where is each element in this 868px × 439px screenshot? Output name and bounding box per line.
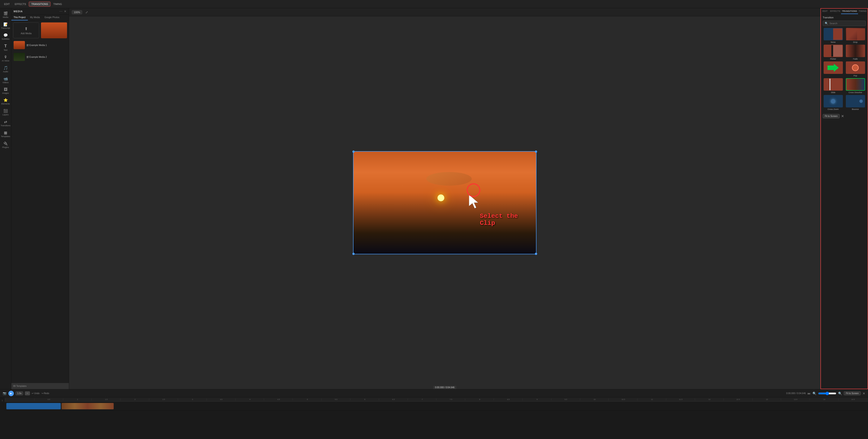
sidebar-item-images[interactable]: 🖼 Images xyxy=(1,86,11,96)
sidebar-item-videos[interactable]: 📹 Videos xyxy=(1,75,11,85)
timeline-right-controls: 0:00.000 / 0:04.646 ⏭ 🔍 🔍 Fit to Screen … xyxy=(786,391,865,395)
media-item-1[interactable]: 🎬 Example Media 1 xyxy=(13,40,67,50)
fit-to-screen-timeline-button[interactable]: Fit to Screen xyxy=(844,391,861,395)
transition-label-slide: Slide xyxy=(831,91,835,94)
media-tab-google-photos[interactable]: Google Photos xyxy=(42,15,62,20)
ruler-mark-25: 2.5 xyxy=(149,399,178,401)
close-panel-button[interactable]: ✕ xyxy=(841,114,844,118)
ruler-mark-125: 12.5 xyxy=(723,399,752,401)
ruler-mark-14: 14 xyxy=(810,399,838,401)
ruler-mark-35: 3.5 xyxy=(207,399,235,401)
videos-icon: 📹 xyxy=(3,77,8,81)
transition-item-flicker[interactable]: Flicker xyxy=(823,45,843,60)
right-tab-edit[interactable]: EDIT xyxy=(821,9,829,14)
sidebar-item-audio[interactable]: 🎵 Audio xyxy=(1,64,11,74)
skip-to-end-button[interactable]: ⏭ xyxy=(808,392,811,395)
fit-to-screen-button[interactable]: Fit to Screen xyxy=(823,114,840,118)
media-panel-close-icon[interactable]: ✕ xyxy=(64,9,67,13)
transition-grid: None Drop F xyxy=(823,28,866,110)
transition-item-none[interactable]: None xyxy=(823,28,843,43)
ruler-mark-6: 6 xyxy=(350,399,379,401)
media-item-2[interactable]: 🎬 Example Media 2 xyxy=(13,52,67,62)
canvas-handle-bl[interactable] xyxy=(352,253,354,255)
canvas-handle-tr[interactable] xyxy=(535,150,537,153)
right-panel-tabs: EDIT EFFECTS TRANSITIONS TIMING xyxy=(821,9,868,14)
sidebar-item-ai-voice[interactable]: 🎙 AI Voice xyxy=(1,54,11,63)
zoom-out-button[interactable]: 🔍 xyxy=(812,392,816,395)
media-tab-this-project[interactable]: This Project xyxy=(11,15,28,20)
media-item-name-2: Example Media 2 xyxy=(29,56,47,58)
fit-canvas-button[interactable]: ⤢ xyxy=(85,9,89,15)
zoom-slider[interactable] xyxy=(818,392,836,395)
images-icon: 🖼 xyxy=(4,87,7,92)
ai-voice-icon: 🎙 xyxy=(4,55,7,59)
play-button[interactable]: ▶ xyxy=(8,391,14,396)
cut-button[interactable]: ✂ xyxy=(25,391,30,395)
sidebar-item-media[interactable]: 🎬 Media xyxy=(1,10,11,20)
sidebar-item-transcript[interactable]: 📝 Transcript xyxy=(1,21,11,31)
plugins-icon: 🔌 xyxy=(3,141,8,146)
transition-label-fade: Fade xyxy=(853,58,858,60)
close-timeline-button[interactable]: ✕ xyxy=(863,392,865,395)
canvas-frame[interactable]: Select theClip xyxy=(353,151,536,254)
transition-thumb-pop xyxy=(846,61,865,74)
media-options-icon[interactable]: ⋯ xyxy=(59,9,62,13)
sidebar-item-text[interactable]: T Text xyxy=(1,42,11,53)
tab-edit[interactable]: EDIT xyxy=(2,2,12,6)
sidebar-label-subtitles: Subtitles xyxy=(2,38,9,40)
sidebar-item-templates[interactable]: ▦ Templates xyxy=(1,129,11,139)
transition-item-drop[interactable]: Drop xyxy=(845,28,866,43)
time-display: 0:00.000 / 0:04.646 xyxy=(433,386,456,389)
zoom-display[interactable]: 100% xyxy=(72,10,82,14)
media-thumb-1[interactable] xyxy=(41,23,67,38)
clip-blue[interactable] xyxy=(6,403,61,409)
search-input[interactable] xyxy=(830,22,864,25)
speed-button[interactable]: 1.0x xyxy=(16,391,23,395)
sidebar-item-subtitles[interactable]: 💬 Subtitles xyxy=(1,32,11,42)
canvas-handle-br[interactable] xyxy=(535,253,537,255)
canvas-handle-tl[interactable] xyxy=(352,150,354,153)
tab-effects[interactable]: EFFECTS xyxy=(12,2,28,6)
sidebar-item-elements[interactable]: ⭐ Elements xyxy=(1,96,11,107)
media-item-thumb-1 xyxy=(13,41,25,49)
templates-badge: 88 Templates xyxy=(11,383,69,389)
sidebar-item-layers[interactable]: ⬛ Layers xyxy=(1,108,11,117)
track-numbers: 1 xyxy=(0,398,4,439)
transition-thumb-fade xyxy=(846,45,865,57)
transition-item-slide[interactable]: Slide xyxy=(823,78,843,94)
undo-button[interactable]: ↩ Undo xyxy=(32,392,40,394)
timeline-tracks[interactable]: 0.5 1 1.5 2 2.5 3 3.5 4 4.5 5 5.5 6 6.5 … xyxy=(4,398,868,439)
transition-thumb-bounce xyxy=(846,95,865,108)
ruler-mark-10: 10 xyxy=(580,399,609,401)
transition-item-cross-dissolve[interactable]: Cross Dissolve xyxy=(845,78,866,94)
transition-item-bounce[interactable]: Bounce xyxy=(845,95,866,110)
sidebar-item-plugins[interactable]: 🔌 Plugins xyxy=(1,140,11,150)
add-media-button[interactable]: ⬆ Add Media xyxy=(13,23,39,38)
canvas-wrapper[interactable]: Select theClip xyxy=(69,16,820,389)
sidebar-item-transitions[interactable]: ⇄ Transitions xyxy=(1,118,11,128)
canvas-area: 100% ⤢ xyxy=(69,8,820,389)
right-tab-timing[interactable]: TIMING xyxy=(858,9,868,14)
sidebar-label-transcript: Transcript xyxy=(1,27,10,29)
right-tab-transitions[interactable]: TRANSITIONS xyxy=(841,9,858,14)
transition-item-pop[interactable]: Pop xyxy=(845,61,866,77)
transition-item-green-arrow[interactable] xyxy=(823,61,843,77)
ruler-mark-135: 13.5 xyxy=(781,399,810,401)
zoom-in-button[interactable]: 🔍 xyxy=(838,392,842,395)
camera-button[interactable]: 📷 xyxy=(3,392,6,395)
sidebar-label-audio: Audio xyxy=(3,70,8,73)
right-tab-effects[interactable]: EFFECTS xyxy=(829,9,841,14)
tab-transitions[interactable]: TRANSITIONS xyxy=(29,2,51,6)
search-box[interactable]: 🔍 xyxy=(823,21,866,26)
clip-orange[interactable] xyxy=(62,403,114,409)
media-tab-my-media[interactable]: My Media xyxy=(28,15,42,20)
main-area: 🎬 Media 📝 Transcript 💬 Subtitles T Text … xyxy=(0,8,868,389)
transition-thumb-flicker xyxy=(824,45,843,57)
tab-timing[interactable]: TIMING xyxy=(51,2,64,6)
transition-item-cross-zoom[interactable]: Cross Zoom xyxy=(823,95,843,110)
redo-button[interactable]: ↪ Redo xyxy=(41,392,50,394)
transition-label-none: None xyxy=(831,41,836,43)
ruler-mark-12: 12 xyxy=(695,399,723,401)
transition-item-fade[interactable]: Fade xyxy=(845,45,866,60)
ruler-marks: 0.5 1 1.5 2 2.5 3 3.5 4 4.5 5 5.5 6 6.5 … xyxy=(5,399,867,401)
